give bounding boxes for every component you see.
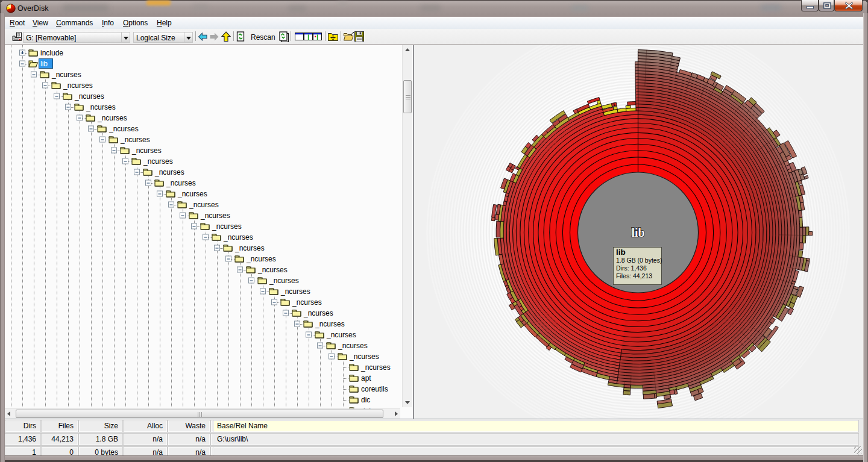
svg-text:_ncurses: _ncurses: [189, 201, 219, 209]
svg-text:_ncurses: _ncurses: [131, 146, 162, 155]
svg-text:_ncurses: _ncurses: [257, 266, 288, 274]
svg-text:_ncurses: _ncurses: [280, 287, 310, 296]
svg-text:_ncurses: _ncurses: [360, 363, 391, 372]
svg-text:_ncurses: _ncurses: [315, 320, 345, 328]
svg-text:_ncurses: _ncurses: [177, 190, 207, 198]
svg-text:include: include: [40, 49, 63, 57]
svg-text:coreutils: coreutils: [361, 385, 388, 393]
svg-text:_ncurses: _ncurses: [292, 298, 322, 307]
svg-text:_ncurses: _ncurses: [166, 179, 196, 187]
svg-text:apt: apt: [361, 374, 371, 382]
svg-text:_ncurses: _ncurses: [120, 136, 150, 144]
svg-text:_ncurses: _ncurses: [51, 70, 81, 79]
svg-text:_ncurses: _ncurses: [223, 233, 253, 242]
svg-text:_ncurses: _ncurses: [246, 255, 276, 263]
svg-text:_ncurses: _ncurses: [143, 157, 173, 166]
svg-text:_ncurses: _ncurses: [154, 168, 184, 176]
svg-text:lib: lib: [40, 60, 48, 68]
svg-text:_ncurses: _ncurses: [86, 103, 116, 111]
svg-text:_ncurses: _ncurses: [74, 92, 104, 101]
svg-text:_ncurses: _ncurses: [269, 276, 299, 285]
svg-text:_ncurses: _ncurses: [349, 352, 379, 361]
svg-text:_ncurses: _ncurses: [200, 211, 230, 220]
svg-text:_ncurses: _ncurses: [326, 331, 356, 339]
svg-text:_ncurses: _ncurses: [338, 342, 368, 350]
svg-text:dic: dic: [361, 396, 370, 404]
svg-text:_ncurses: _ncurses: [303, 309, 333, 317]
svg-text:_ncurses: _ncurses: [108, 125, 139, 133]
svg-text:_ncurses: _ncurses: [212, 222, 242, 231]
svg-text:_ncurses: _ncurses: [97, 114, 127, 122]
svg-text:_ncurses: _ncurses: [63, 81, 93, 90]
svg-text:_ncurses: _ncurses: [234, 244, 265, 252]
svg-text:lib: lib: [631, 226, 644, 239]
